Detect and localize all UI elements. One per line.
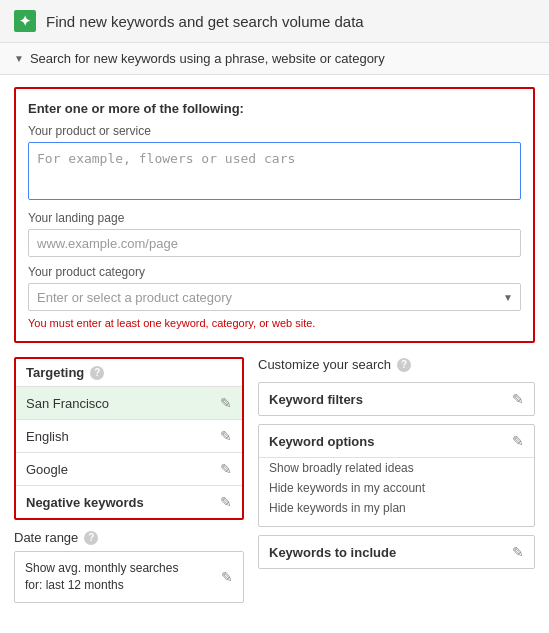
date-range-section: Date range ? Show avg. monthly searches …	[14, 530, 244, 603]
keywords-include-box: Keywords to include ✎	[258, 535, 535, 569]
customize-label: Customize your search	[258, 357, 391, 372]
keyword-options-header[interactable]: Keyword options ✎	[259, 425, 534, 457]
date-range-box[interactable]: Show avg. monthly searches for: last 12 …	[14, 551, 244, 603]
targeting-row-negative[interactable]: Negative keywords ✎	[16, 485, 242, 518]
two-column-layout: Targeting ? San Francisco ✎ English ✎ Go…	[14, 357, 535, 603]
targeting-label: Targeting	[26, 365, 84, 380]
accordion-bar[interactable]: ▼ Search for new keywords using a phrase…	[0, 43, 549, 75]
landing-input[interactable]	[28, 229, 521, 257]
targeting-help-icon[interactable]: ?	[90, 366, 104, 380]
edit-icon-sf[interactable]: ✎	[220, 395, 232, 411]
keyword-filters-box: Keyword filters ✎	[258, 382, 535, 416]
targeting-header: Targeting ?	[16, 359, 242, 386]
edit-icon-negative[interactable]: ✎	[220, 494, 232, 510]
edit-icon-english[interactable]: ✎	[220, 428, 232, 444]
keyword-options-title: Keyword options	[269, 434, 374, 449]
page-title: Find new keywords and get search volume …	[46, 13, 364, 30]
page-header: ✦ Find new keywords and get search volum…	[0, 0, 549, 43]
keyword-options-item-1: Show broadly related ideas	[269, 458, 524, 478]
product-input[interactable]	[28, 142, 521, 200]
keyword-filters-title: Keyword filters	[269, 392, 363, 407]
edit-icon-options[interactable]: ✎	[512, 433, 524, 449]
accordion-label: Search for new keywords using a phrase, …	[30, 51, 385, 66]
edit-icon-include[interactable]: ✎	[512, 544, 524, 560]
category-select[interactable]: Enter or select a product category	[28, 283, 521, 311]
date-range-help-icon[interactable]: ?	[84, 531, 98, 545]
targeting-row-sf[interactable]: San Francisco ✎	[16, 386, 242, 419]
accordion-arrow-icon: ▼	[14, 53, 24, 64]
customize-header: Customize your search ?	[258, 357, 535, 372]
date-range-header: Date range ?	[14, 530, 244, 545]
targeting-row-english[interactable]: English ✎	[16, 419, 242, 452]
keywords-include-title: Keywords to include	[269, 545, 396, 560]
landing-label: Your landing page	[28, 211, 521, 225]
targeting-row-google[interactable]: Google ✎	[16, 452, 242, 485]
edit-icon-filters[interactable]: ✎	[512, 391, 524, 407]
keyword-options-box: Keyword options ✎ Show broadly related i…	[258, 424, 535, 527]
section-instruction: Enter one or more of the following:	[28, 101, 521, 116]
header-icon-letter: ✦	[19, 13, 31, 29]
date-range-text: Show avg. monthly searches for: last 12 …	[25, 560, 178, 594]
right-column: Customize your search ? Keyword filters …	[258, 357, 535, 603]
date-range-line1: Show avg. monthly searches	[25, 561, 178, 575]
keyword-filters-header[interactable]: Keyword filters ✎	[259, 383, 534, 415]
targeting-google-text: Google	[26, 462, 68, 477]
date-range-label: Date range	[14, 530, 78, 545]
keyword-options-item-3: Hide keywords in my plan	[269, 498, 524, 518]
targeting-negative-text: Negative keywords	[26, 495, 144, 510]
keyword-options-item-2: Hide keywords in my account	[269, 478, 524, 498]
targeting-english-text: English	[26, 429, 69, 444]
header-icon: ✦	[14, 10, 36, 32]
targeting-sf-text: San Francisco	[26, 396, 109, 411]
main-content: Enter one or more of the following: Your…	[0, 75, 549, 615]
validation-message: You must enter at least one keyword, cat…	[28, 317, 521, 329]
keywords-include-header[interactable]: Keywords to include ✎	[259, 536, 534, 568]
enter-keywords-section: Enter one or more of the following: Your…	[14, 87, 535, 343]
date-range-line2: for: last 12 months	[25, 578, 124, 592]
category-select-wrapper: Enter or select a product category ▼	[28, 283, 521, 311]
left-column: Targeting ? San Francisco ✎ English ✎ Go…	[14, 357, 244, 603]
product-label: Your product or service	[28, 124, 521, 138]
edit-icon-google[interactable]: ✎	[220, 461, 232, 477]
targeting-section: Targeting ? San Francisco ✎ English ✎ Go…	[14, 357, 244, 520]
category-label: Your product category	[28, 265, 521, 279]
keyword-options-body: Show broadly related ideas Hide keywords…	[259, 457, 534, 526]
edit-icon-date[interactable]: ✎	[221, 569, 233, 585]
customize-help-icon[interactable]: ?	[397, 358, 411, 372]
